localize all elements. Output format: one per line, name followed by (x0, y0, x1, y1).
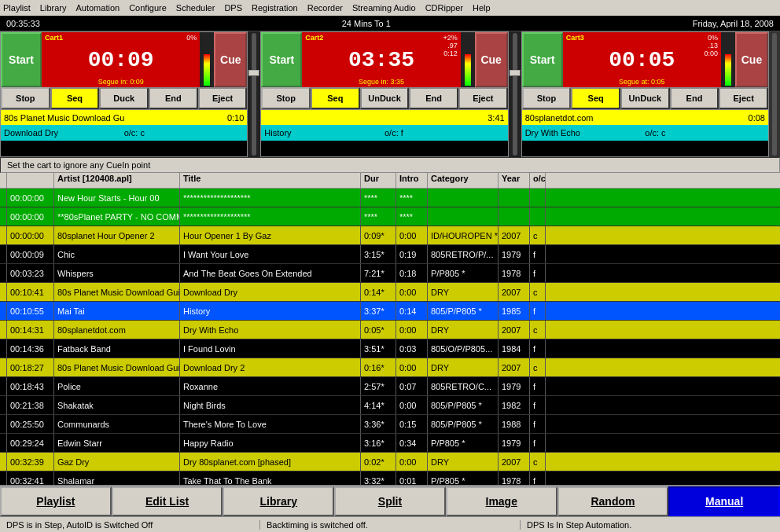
cart2-unduck-button[interactable]: UnDuck (360, 87, 410, 109)
cart2-stop-button[interactable]: Stop (261, 87, 311, 109)
row-artist: Mai Tai (54, 302, 180, 320)
date-display: Friday, April 18, 2008 (693, 19, 774, 28)
menu-recorder[interactable]: Recorder (307, 3, 343, 13)
cart2-start-button[interactable]: Start (261, 32, 302, 87)
tab-edit-list[interactable]: Edit List (112, 486, 223, 516)
cart1-seq-button[interactable]: Seq (50, 87, 100, 109)
row-dur: 0:09* (361, 226, 396, 244)
menu-library[interactable]: Library (40, 3, 67, 13)
cart3-section: Start Cart3 0%.130:00 00:05 Segue at: 0:… (521, 31, 769, 157)
cart2-seq-button[interactable]: Seq (311, 87, 360, 109)
playlist-body[interactable]: 00:00:00 New Hour Starts - Hour 00 *****… (0, 189, 780, 485)
tab-split[interactable]: Split (334, 486, 446, 516)
cart1-start-button[interactable]: Start (1, 32, 42, 87)
playlist-row-5[interactable]: 00:10:41 80s Planet Music Download Guide… (0, 283, 780, 302)
row-intro: 0:00 (396, 226, 428, 244)
menu-cdripper[interactable]: CDRipper (425, 3, 463, 13)
playlist-row-4[interactable]: 00:03:23 Whispers And The Beat Goes On E… (0, 264, 780, 283)
row-intro: 0:14 (396, 302, 428, 320)
col-header-artist: Artist [120408.apl] (54, 173, 180, 188)
row-cat: P/P805 * (428, 264, 499, 282)
cart1-stop-button[interactable]: Stop (1, 87, 50, 109)
menu-configure[interactable]: Configure (129, 3, 167, 13)
playlist-row-10[interactable]: 00:18:43 Police Roxanne 2:57* 0:07 805RE… (0, 377, 780, 396)
playlist-row-2[interactable]: 00:00:00 80splanet Hour Opener 2 Hour Op… (0, 226, 780, 245)
playlist-row-14[interactable]: 00:32:39 Gaz Dry Dry 80splanet.com [phas… (0, 453, 780, 471)
menu-automation[interactable]: Automation (75, 3, 120, 13)
cart3-seq-button[interactable]: Seq (571, 87, 620, 109)
playlist-row-12[interactable]: 00:25:50 Communards There's More To Love… (0, 415, 780, 434)
row-indicator (0, 226, 7, 244)
row-year (499, 189, 530, 207)
cart2-end-button[interactable]: End (409, 87, 458, 109)
row-time: 00:00:00 (7, 226, 54, 244)
tab-image[interactable]: Image (446, 486, 557, 516)
menu-registration[interactable]: Registration (252, 3, 298, 13)
playlist-row-1[interactable]: 00:00:00 **80sPlanet PARTY - NO COMMERCI… (0, 207, 780, 226)
menu-help[interactable]: Help (473, 3, 491, 13)
cart1-cue-button[interactable]: Cue (214, 32, 247, 87)
row-dur: 4:14* (361, 396, 396, 414)
status-center: Backtiming is switched off. (260, 520, 521, 530)
cart3-cue-button[interactable]: Cue (735, 32, 768, 87)
row-oc: f (530, 415, 546, 433)
slider1-track[interactable] (252, 33, 256, 156)
playlist-row-3[interactable]: 00:00:09 Chic I Want Your Love 3:15* 0:1… (0, 245, 780, 264)
row-title: Download Dry 2 (180, 358, 361, 376)
slider2[interactable] (509, 31, 521, 157)
slider3[interactable] (769, 31, 780, 157)
tab-random[interactable]: Random (557, 486, 669, 516)
tab-library[interactable]: Library (223, 486, 334, 516)
cart3-eject-button[interactable]: Eject (719, 87, 768, 109)
row-indicator (0, 396, 7, 414)
tab-playlist[interactable]: Playlist (0, 486, 112, 516)
row-cat: DRY (428, 453, 499, 471)
menu-scheduler[interactable]: Scheduler (176, 3, 215, 13)
row-indicator (0, 207, 7, 226)
row-oc: f (530, 302, 546, 320)
slider3-track[interactable] (772, 33, 777, 156)
slider2-handle[interactable] (510, 70, 521, 76)
row-time: 00:32:39 (7, 453, 54, 471)
cart3-unduck-button[interactable]: UnDuck (620, 87, 670, 109)
row-title: Night Birds (180, 396, 361, 414)
row-cat (428, 207, 499, 226)
row-year: 1982 (499, 396, 530, 414)
col-header-oc: o/c (530, 173, 546, 188)
row-oc: f (530, 396, 546, 414)
tooltip-text: Set the cart to ignore any CueIn point (7, 160, 150, 170)
cart3-start-button[interactable]: Start (522, 32, 563, 87)
row-dur: 3:16* (361, 434, 396, 452)
row-artist: Gaz Dry (54, 453, 180, 471)
slider2-track[interactable] (513, 33, 517, 156)
cart2-eject-button[interactable]: Eject (458, 87, 508, 109)
row-indicator (0, 339, 7, 358)
playlist-row-15[interactable]: 00:32:41 Shalamar Take That To The Bank … (0, 471, 780, 485)
row-artist: 80splanet Hour Opener 2 (54, 226, 180, 244)
row-year: 1979 (499, 245, 530, 263)
cart1-end-button[interactable]: End (149, 87, 198, 109)
playlist-row-0[interactable]: 00:00:00 New Hour Starts - Hour 00 *****… (0, 189, 780, 207)
cart2-label: Cart2 (305, 34, 323, 42)
row-intro: 0:15 (396, 415, 428, 433)
tab-manual[interactable]: Manual (668, 486, 780, 516)
playlist-row-11[interactable]: 00:21:38 Shakatak Night Birds 4:14* 0:00… (0, 396, 780, 415)
cart3-end-button[interactable]: End (670, 87, 719, 109)
row-time: 00:00:09 (7, 245, 54, 263)
cart2-cue-button[interactable]: Cue (475, 32, 508, 87)
playlist-row-9[interactable]: 00:18:27 80s Planet Music Download Guide… (0, 358, 780, 377)
row-oc: c (530, 358, 546, 376)
cart1-eject-button[interactable]: Eject (198, 87, 248, 109)
slider1[interactable] (248, 31, 260, 157)
playlist-row-7[interactable]: 00:14:31 80splanetdot.com Dry With Echo … (0, 321, 780, 339)
playlist-row-8[interactable]: 00:14:36 Fatback Band I Found Lovin 3:51… (0, 339, 780, 358)
cart1-duck-button[interactable]: Duck (99, 87, 149, 109)
playlist-row-6[interactable]: 00:10:55 Mai Tai History 3:37* 0:14 805/… (0, 302, 780, 321)
menu-dps[interactable]: DPS (224, 3, 242, 13)
menu-playlist[interactable]: Playlist (3, 3, 31, 13)
playlist-row-13[interactable]: 00:29:24 Edwin Starr Happy Radio 3:16* 0… (0, 434, 780, 453)
row-cat: ID/HOUROPEN * (428, 226, 499, 244)
cart3-stop-button[interactable]: Stop (522, 87, 572, 109)
slider1-handle[interactable] (248, 70, 259, 76)
menu-streaming-audio[interactable]: Streaming Audio (352, 3, 416, 13)
